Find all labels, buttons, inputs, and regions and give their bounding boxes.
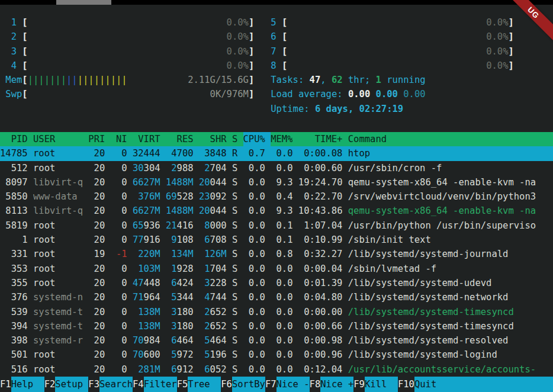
pid-cell: 1 <box>0 233 28 247</box>
pri-cell: 20 <box>88 305 105 319</box>
fkey-F6-label[interactable]: SortBy <box>232 377 265 392</box>
shr-cell: 2652 <box>199 305 227 319</box>
fkey-F10[interactable]: F10 <box>398 377 414 392</box>
process-row[interactable]: 394 systemd-t 20 0 138M 3180 2652 S 0.0 … <box>0 319 553 333</box>
pid-cell: 539 <box>0 305 28 319</box>
fkey-F6[interactable]: F6 <box>221 377 232 392</box>
user-cell: libvirt-q <box>33 204 83 218</box>
state-cell: S <box>232 348 237 362</box>
process-row[interactable]: 376 systemd-n 20 0 71964 5344 4744 S 0.0… <box>0 290 553 304</box>
fkey-F9-label[interactable]: Kill <box>365 377 398 392</box>
shr-cell: 4744 <box>199 290 227 304</box>
fkey-F2[interactable]: F2 <box>44 377 56 392</box>
column-header-mem-percent[interactable]: MEM% <box>271 132 292 146</box>
process-row[interactable]: 14785 root 20 0 32444 4700 3848 R 0.7 0.… <box>0 146 553 160</box>
virt-cell: 376M <box>133 189 160 204</box>
column-header-cpu-percent[interactable]: CPU% <box>243 132 265 146</box>
process-row[interactable]: 5850 www-data 20 0 376M 69528 23092 S 0.… <box>0 189 553 204</box>
fkey-F10-label[interactable]: Quit <box>414 377 553 392</box>
process-row[interactable]: 539 systemd-t 20 0 138M 3180 2652 S 0.0 … <box>0 305 553 319</box>
user-cell: www-data <box>33 189 83 204</box>
column-header-virt[interactable]: VIRT <box>133 132 160 146</box>
fkey-F5-label[interactable]: Tree <box>188 377 221 392</box>
command-cell: /usr/lib/accountsservice/accounts- <box>348 362 536 377</box>
shr-cell: 6052 <box>199 362 227 377</box>
virt-cell: 138M <box>133 305 160 319</box>
pri-cell: 20 <box>88 262 105 276</box>
process-row[interactable]: 398 systemd-r 20 0 70984 6464 5464 S 0.0… <box>0 333 553 348</box>
column-header-pid[interactable]: PID <box>0 132 28 146</box>
process-row[interactable]: 355 root 20 0 47448 6424 3228 S 0.0 0.0 … <box>0 276 553 290</box>
process-row[interactable]: 8097 libvirt-q 20 0 6627M 1488M 20044 S … <box>0 175 553 189</box>
bracket-open: [ <box>282 46 287 57</box>
time-cell: 0:10.99 <box>298 233 343 247</box>
running-count: 1 <box>376 75 381 85</box>
fkey-F3-label[interactable]: Search <box>99 377 133 392</box>
column-header-shr[interactable]: SHR <box>199 132 227 146</box>
state-cell: S <box>232 161 237 175</box>
nice-cell: 0 <box>111 161 127 175</box>
fkey-F7[interactable]: F7 <box>265 377 276 392</box>
cpu-percent-cell: 0.0 <box>243 362 265 377</box>
column-header-pri[interactable]: PRI <box>88 132 105 146</box>
mem-percent-cell: 0.4 <box>271 189 292 204</box>
pri-cell: 19 <box>88 247 105 261</box>
column-header-res[interactable]: RES <box>166 132 194 146</box>
pid-cell: 353 <box>0 262 28 276</box>
process-row[interactable]: 1 root 20 0 77916 9108 6708 S 0.0 0.1 0:… <box>0 233 553 247</box>
time-cell: 0:00.08 <box>298 146 343 160</box>
column-header-user[interactable]: USER <box>33 132 83 146</box>
mem-percent-cell: 0.0 <box>271 146 292 160</box>
res-cell: 1488M <box>166 204 194 218</box>
pri-cell: 20 <box>88 348 105 362</box>
column-header-command[interactable]: Command <box>348 132 387 146</box>
memory-meter-label: Mem <box>0 73 22 87</box>
fkey-F2-label[interactable]: Setup <box>55 377 88 392</box>
nice-cell: 0 <box>111 175 127 189</box>
column-header-time[interactable]: TIME+ <box>298 132 343 146</box>
res-cell: 134M <box>166 247 194 261</box>
fkey-F4-label[interactable]: Filter <box>144 377 177 392</box>
fkey-F4[interactable]: F4 <box>133 377 144 392</box>
cpu-meter-7: 7 [0.0%] <box>254 44 514 59</box>
tasks-label: Tasks: <box>271 75 309 85</box>
fkey-F8-label[interactable]: Nice + <box>320 377 353 392</box>
process-row[interactable]: 353 root 20 0 103M 1928 1704 S 0.0 0.0 0… <box>0 262 553 276</box>
time-cell: 0:00.96 <box>298 348 343 362</box>
process-row[interactable]: 331 root 19 -1 220M 134M 126M S 0.0 0.8 … <box>0 247 553 261</box>
pri-cell: 20 <box>88 175 105 189</box>
fkey-F1[interactable]: F1 <box>0 377 11 392</box>
fkey-F8[interactable]: F8 <box>310 377 321 392</box>
process-row[interactable]: 8113 libvirt-q 20 0 6627M 1488M 20044 S … <box>0 204 553 218</box>
virt-cell: 70984 <box>133 333 160 348</box>
command-cell: /sbin/lvmetad -f <box>348 262 436 276</box>
state-cell: S <box>232 219 237 233</box>
column-header-state[interactable]: S <box>232 132 237 146</box>
fkey-F1-label[interactable]: Help <box>11 377 44 392</box>
shr-cell: 20044 <box>199 175 227 189</box>
cpu-percent-cell: 0.0 <box>243 276 265 290</box>
virt-cell: 32444 <box>133 146 160 160</box>
shr-cell: 2652 <box>199 319 227 333</box>
mem-percent-cell: 0.0 <box>271 290 292 304</box>
tasks-count: 47 <box>310 75 321 85</box>
process-row[interactable]: 501 root 20 0 70600 5972 5196 S 0.0 0.0 … <box>0 348 553 362</box>
shr-cell: 2704 <box>199 161 227 175</box>
fkey-F3[interactable]: F3 <box>88 377 99 392</box>
fkey-F9[interactable]: F9 <box>353 377 365 392</box>
user-cell: libvirt-q <box>33 175 83 189</box>
cpu-percent-cell: 0.0 <box>243 262 265 276</box>
process-row[interactable]: 516 root 20 0 281M 6912 6052 S 0.0 0.0 0… <box>0 362 553 377</box>
fkey-F5[interactable]: F5 <box>177 377 188 392</box>
cpu-percent-cell: 0.0 <box>243 305 265 319</box>
nice-cell: 0 <box>111 204 127 218</box>
load-average-label: Load average: <box>271 89 348 99</box>
virt-cell: 6627M <box>133 204 160 218</box>
window-tab[interactable] <box>56 0 111 5</box>
process-row[interactable]: 5819 root 20 0 65936 21416 8000 S 0.0 0.… <box>0 219 553 233</box>
process-row[interactable]: 512 root 20 0 30304 2988 2704 S 0.0 0.0 … <box>0 161 553 175</box>
column-header-nice[interactable]: NI <box>111 132 127 146</box>
fkey-F7-label[interactable]: Nice - <box>276 377 310 392</box>
mem-percent-cell: 0.0 <box>271 276 292 290</box>
cpu-meter-8: 8 [0.0%] <box>254 59 514 73</box>
